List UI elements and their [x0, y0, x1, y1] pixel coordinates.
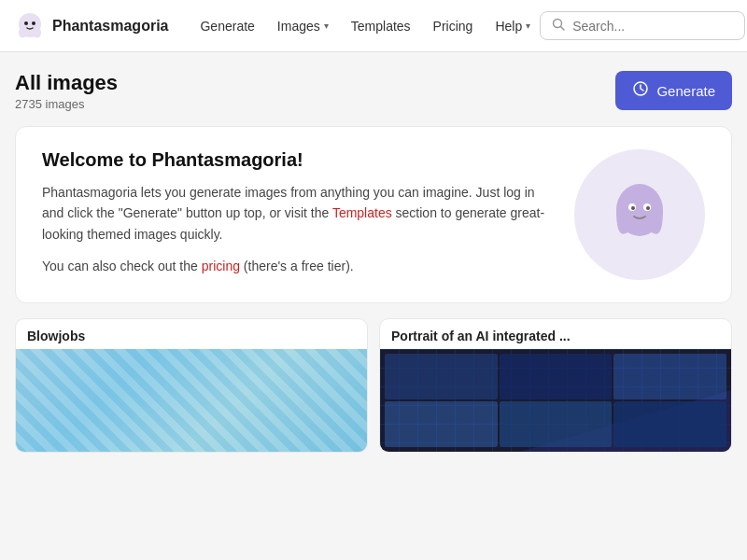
- nav-help[interactable]: Help ▾: [486, 13, 540, 39]
- images-title-group: All images 2735 images: [15, 71, 118, 111]
- welcome-body1: Phantasmagoria lets you generate images …: [42, 182, 552, 245]
- logo[interactable]: Phantasmagoria: [15, 11, 168, 41]
- header: Phantasmagoria Generate Images ▾ Templat…: [0, 0, 747, 52]
- logo-ghost-icon: [15, 11, 45, 41]
- svg-point-3: [32, 21, 35, 25]
- svg-line-5: [561, 27, 565, 31]
- search-input[interactable]: [572, 19, 733, 34]
- nav-pricing[interactable]: Pricing: [424, 13, 483, 39]
- nav-generate[interactable]: Generate: [190, 13, 263, 39]
- svg-point-12: [631, 206, 635, 210]
- welcome-title: Welcome to Phantasmagoria!: [42, 149, 552, 171]
- image-card-0[interactable]: Blowjobs: [15, 318, 368, 453]
- ghost-icon: [602, 177, 677, 252]
- welcome-text: Welcome to Phantasmagoria! Phantasmagori…: [42, 149, 552, 277]
- images-header: All images 2735 images Generate: [15, 71, 732, 111]
- generate-button[interactable]: Generate: [615, 71, 732, 110]
- header-left: Phantasmagoria Generate Images ▾ Templat…: [15, 11, 540, 41]
- help-dropdown-icon: ▾: [526, 21, 530, 31]
- image-grid: Blowjobs Portrait of an AI integrated ..…: [15, 318, 732, 453]
- welcome-card: Welcome to Phantasmagoria! Phantasmagori…: [15, 126, 732, 303]
- svg-point-2: [24, 21, 28, 25]
- images-count: 2735 images: [15, 97, 118, 111]
- nav-templates[interactable]: Templates: [342, 13, 420, 39]
- nav-images[interactable]: Images ▾: [268, 13, 338, 39]
- images-dropdown-icon: ▾: [324, 21, 329, 31]
- page-title: All images: [15, 71, 118, 95]
- image-thumbnail-0: [16, 349, 367, 452]
- search-icon: [552, 18, 565, 34]
- svg-point-13: [646, 206, 650, 210]
- ghost-illustration: [574, 149, 705, 280]
- search-box: [540, 11, 745, 40]
- page-content: All images 2735 images Generate Welcome …: [0, 52, 747, 453]
- image-card-title-1: Portrait of an AI integrated ...: [380, 319, 731, 349]
- templates-link[interactable]: Templates: [332, 205, 392, 220]
- logo-text: Phantasmagoria: [52, 18, 168, 35]
- image-thumbnail-1: [380, 349, 731, 452]
- main-nav: Generate Images ▾ Templates Pricing Help…: [190, 13, 540, 39]
- image-card-title-0: Blowjobs: [16, 319, 367, 349]
- pricing-link[interactable]: pricing: [202, 259, 240, 273]
- generate-icon: [632, 80, 649, 101]
- image-card-1[interactable]: Portrait of an AI integrated ...: [379, 318, 732, 453]
- welcome-body2: You can also check out the pricing (ther…: [42, 256, 552, 276]
- header-right: [540, 11, 747, 41]
